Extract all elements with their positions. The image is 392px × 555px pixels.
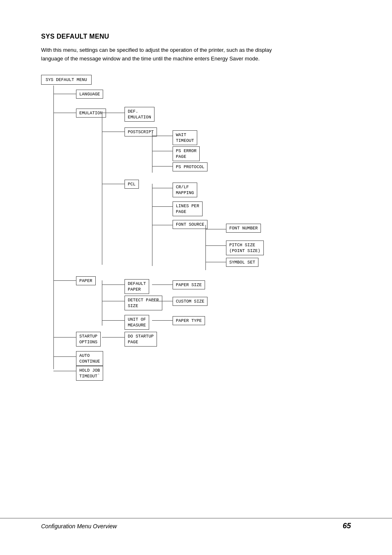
node-default-paper: DEFAULT PAPER: [125, 279, 149, 294]
page-footer: Configuration Menu Overview 65: [0, 518, 392, 530]
node-symbol-set: SYMBOL SET: [226, 258, 258, 267]
node-font-source: FONT SOURCE: [173, 220, 208, 229]
node-hold-job-timeout: HOLD JOB TIMEOUT`: [76, 366, 103, 381]
node-language: LANGUAGE: [76, 90, 103, 99]
node-pcl: PCL: [125, 180, 139, 189]
node-cr-lf-mapping: CR/LF MAPPING: [173, 183, 197, 197]
node-pitch-size: PITCH SIZE (POINT SIZE): [226, 240, 264, 255]
node-detect-paper-size: DETECT PAPER SIZE: [125, 296, 162, 310]
tree-layout: SYS DEFAULT MENU LANGUAGE EMULATION DEF.…: [41, 75, 337, 395]
tree-diagram: SYS DEFAULT MENU LANGUAGE EMULATION DEF.…: [41, 75, 337, 395]
node-font-number: FONT NUMBER: [226, 224, 261, 233]
node-ps-protocol: PS PROTOCOL: [173, 162, 208, 171]
node-unit-of-measure: UNIT OF MEASURE: [125, 315, 149, 330]
node-paper-type: PAPER TYPE: [173, 316, 205, 325]
footer-label: Configuration Menu Overview: [41, 523, 117, 530]
node-paper-size: PAPER SIZE: [173, 280, 205, 289]
node-emulation: EMULATION: [76, 109, 106, 118]
node-do-startup-page: DO STARTUP PAGE: [125, 332, 157, 347]
node-auto-continue: AUTO CONTINUE: [76, 351, 103, 366]
footer-page-number: 65: [343, 522, 351, 530]
node-wait-timeout: WAIT TIMEOUT: [173, 130, 197, 145]
node-paper: PAPER: [76, 276, 96, 285]
page-title: SYS DEFAULT MENU: [41, 33, 351, 40]
node-ps-error-page: PS ERROR PAGE: [173, 146, 200, 161]
node-startup-options: STARTUP OPTIONS: [76, 332, 101, 347]
node-lines-per-page: LINES PER PAGE: [173, 201, 203, 216]
node-custom-size: CUSTOM SIZE: [173, 297, 208, 306]
node-sys-default-menu: SYS DEFAULT MENU: [41, 75, 92, 85]
node-def-emulation: DEF. EMULATION: [125, 107, 154, 122]
page-description: With this menu, settings can be specifie…: [41, 46, 279, 63]
